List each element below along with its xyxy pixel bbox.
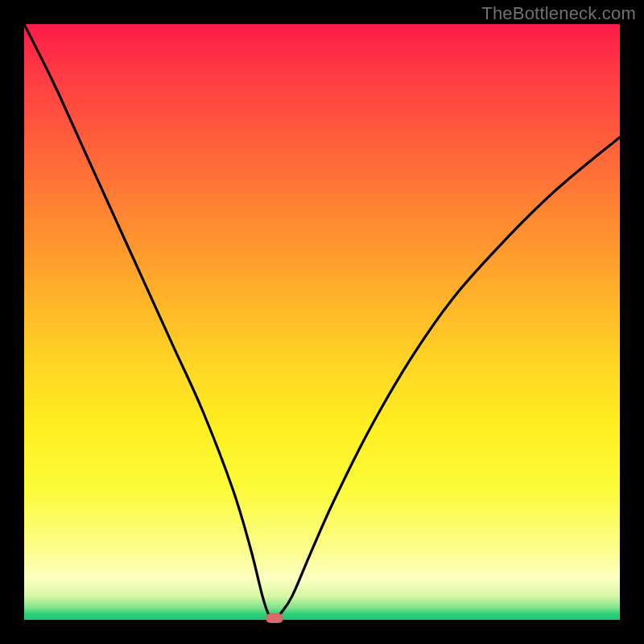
optimal-point-marker <box>266 613 283 623</box>
bottleneck-curve <box>24 24 620 620</box>
watermark-text: TheBottleneck.com <box>481 3 636 24</box>
outer-frame: TheBottleneck.com <box>0 0 644 644</box>
